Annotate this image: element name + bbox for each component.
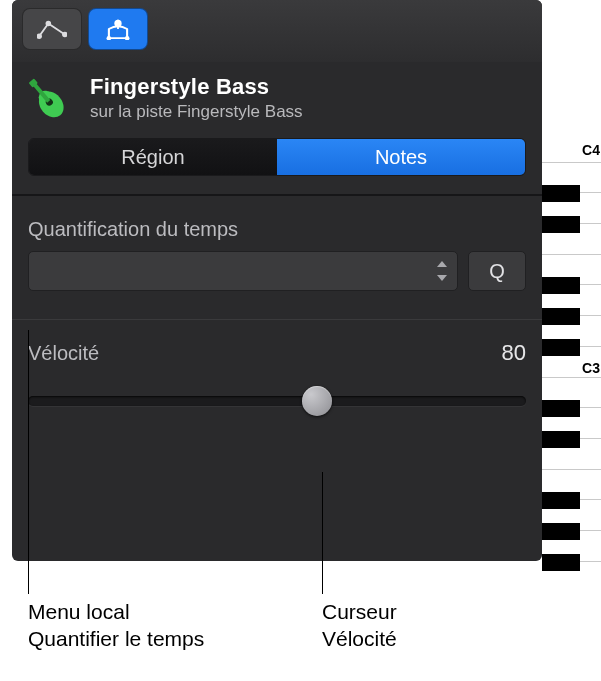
callout-line xyxy=(28,330,29,594)
apply-quantize-button[interactable]: Q xyxy=(468,251,526,291)
midi-draw-button[interactable] xyxy=(88,8,148,50)
mode-segmented-control: Région Notes xyxy=(28,138,526,176)
piano-ruler[interactable]: C4 C3 xyxy=(542,132,601,562)
slider-thumb[interactable] xyxy=(302,386,332,416)
svg-point-7 xyxy=(107,36,112,40)
editor-toolbar xyxy=(12,0,542,62)
chevron-up-down-icon xyxy=(435,261,449,281)
velocity-value: 80 xyxy=(502,340,526,366)
callout-velocity-slider: Curseur Vélocité xyxy=(322,598,397,653)
callout-line xyxy=(322,472,323,594)
track-title: Fingerstyle Bass xyxy=(90,74,303,100)
slider-track xyxy=(28,396,526,406)
velocity-label: Vélocité xyxy=(28,342,99,365)
velocity-slider[interactable] xyxy=(28,382,526,422)
time-quantize-label: Quantification du temps xyxy=(28,218,526,241)
tab-notes[interactable]: Notes xyxy=(277,139,525,175)
time-quantize-dropdown[interactable] xyxy=(28,251,458,291)
svg-point-8 xyxy=(125,36,130,40)
guitar-icon xyxy=(28,72,76,124)
automation-tool-icon xyxy=(37,18,67,40)
tab-region[interactable]: Région xyxy=(29,139,277,175)
track-subtitle: sur la piste Fingerstyle Bass xyxy=(90,102,303,122)
automation-tool-button[interactable] xyxy=(22,8,82,50)
track-header: Fingerstyle Bass sur la piste Fingerstyl… xyxy=(12,62,542,130)
svg-point-1 xyxy=(46,21,52,27)
midi-draw-icon xyxy=(103,18,133,40)
callout-quantize-menu: Menu local Quantifier le temps xyxy=(28,598,204,653)
